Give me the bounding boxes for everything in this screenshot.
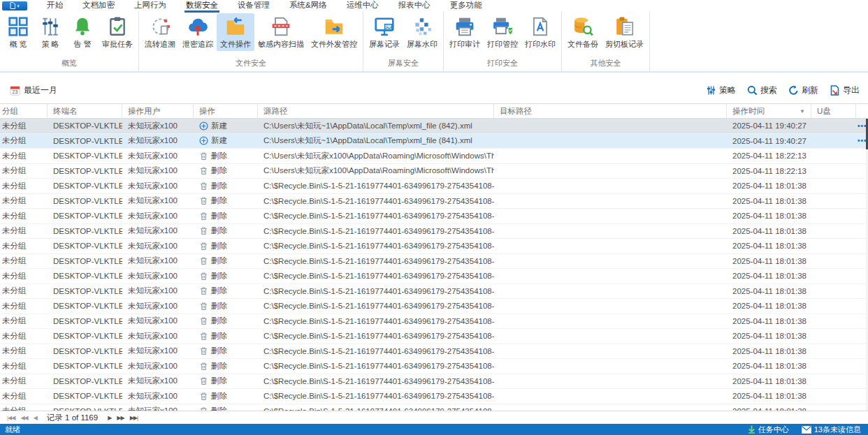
table-row[interactable]: 未分组 DESKTOP-VLKTLE1 未知玩家x100 新建 C:\Users… [0,134,868,149]
cell-group: 未分组 [0,149,48,163]
table-row[interactable]: 未分组 DESKTOP-VLKTLE1 未知玩家x100 删除 C:\$Recy… [0,239,868,254]
cell-group: 未分组 [0,404,48,411]
column-header-source-path[interactable]: 源路径 [258,104,494,118]
table-row[interactable]: 未分组 DESKTOP-VLKTLE1 未知玩家x100 删除 C:\$Recy… [0,269,868,284]
ribbon-group-print-security: 打印审计 打印管控 打印水印 打印安全 [444,11,562,71]
prev-page-button[interactable]: ◀ [31,415,40,421]
ribbon-item-file-operations[interactable]: 文件操作 [217,13,254,51]
table-row[interactable]: 未分组 DESKTOP-VLKTLE1 未知玩家x100 新建 C:\Users… [0,119,868,134]
cell-terminal: DESKTOP-VLKTLE1 [48,209,122,223]
ribbon-item-sensitive-scan[interactable]: 敏感内容扫描 [254,13,308,51]
column-header-time[interactable]: 操作时间▼ [727,104,811,118]
cell-target-path [494,254,727,269]
cell-source-path: C:\$Recycle.Bin\S-1-5-21-1619774401-6349… [258,224,494,239]
cell-source-path: C:\Users\未知玩~1\AppData\Local\Temp\xml_fi… [258,134,494,149]
table-row[interactable]: 未分组 DESKTOP-VLKTLE1 未知玩家x100 删除 C:\$Recy… [0,374,868,390]
column-header-operation[interactable]: 操作 [194,104,258,118]
table-row[interactable]: 未分组 DESKTOP-VLKTLE1 未知玩家x100 删除 C:\$Recy… [0,224,868,239]
menu-item-start[interactable]: 开始 [37,0,73,12]
fast-prev-button[interactable]: ◀◀ [17,415,30,421]
ribbon-item-file-outgoing-control[interactable]: 文件外发管控 [308,13,361,51]
menu-item-system-network[interactable]: 系统&网络 [280,0,337,12]
ribbon-item-flow-trace[interactable]: 流转追溯 [141,13,179,51]
cell-usb [811,359,856,374]
ribbon-item-label: 屏幕水印 [407,39,437,50]
ribbon-item-policy[interactable]: 策 略 [34,13,66,51]
delete-icon [199,212,208,221]
refresh-button[interactable]: 刷新 [788,84,818,96]
ribbon-item-alert[interactable]: 告 警 [66,13,99,51]
cell-usb [811,209,856,223]
cell-terminal: DESKTOP-VLKTLE1 [48,224,122,239]
column-header-usb[interactable]: U盘 [811,104,856,118]
table-row[interactable]: 未分组 DESKTOP-VLKTLE1 未知玩家x100 删除 C:\$Recy… [0,314,868,330]
ribbon-item-screen-record[interactable]: 屏幕记录 [366,13,403,51]
search-button[interactable]: 搜索 [747,84,777,96]
ribbon-item-print-control[interactable]: 打印管控 [484,13,521,51]
ribbon-item-label: 泄密追踪 [182,39,213,50]
cell-time: 2025-04-11 18:01:38 [727,179,811,193]
menu-item-device-mgmt[interactable]: 设备管理 [228,0,280,12]
table-row[interactable]: 未分组 DESKTOP-VLKTLE1 未知玩家x100 删除 C:\$Recy… [0,389,868,404]
menu-item-data-security[interactable]: 数据安全 [176,0,228,12]
cell-terminal: DESKTOP-VLKTLE1 [48,134,122,149]
last-page-button[interactable]: ▶▶| [127,415,140,421]
column-header-target-path[interactable]: 目标路径 [494,104,727,118]
ribbon-item-print-watermark[interactable]: 打印水印 [521,13,559,51]
table-row[interactable]: 未分组 DESKTOP-VLKTLE1 未知玩家x100 删除 C:\$Recy… [0,179,868,194]
table-row[interactable]: 未分组 DESKTOP-VLKTLE1 未知玩家x100 删除 C:\Users… [0,149,868,164]
cell-operation: 删除 [194,329,258,344]
cell-source-path: C:\Users\未知玩家x100\AppData\Roaming\Micros… [258,149,494,163]
task-center-button[interactable]: 任务中心 [748,425,789,435]
ribbon-item-file-backup[interactable]: 文件备份 [564,13,602,51]
table-row[interactable]: 未分组 DESKTOP-VLKTLE1 未知玩家x100 删除 C:\$Recy… [0,299,868,314]
table-row[interactable]: 未分组 DESKTOP-VLKTLE1 未知玩家x100 删除 C:\$Recy… [0,254,868,270]
cell-operation: 删除 [194,224,258,239]
menu-item-doc-encrypt[interactable]: 文档加密 [73,0,124,12]
table-row[interactable]: 未分组 DESKTOP-VLKTLE1 未知玩家x100 删除 C:\$Recy… [0,284,868,300]
column-header-terminal[interactable]: 终端名 [48,104,122,118]
table-row[interactable]: 未分组 DESKTOP-VLKTLE1 未知玩家x100 删除 C:\$Recy… [0,404,868,411]
dropdown-chevron-icon: ▾ [17,3,20,8]
operation-label: 删除 [211,151,227,161]
table-row[interactable]: 未分组 DESKTOP-VLKTLE1 未知玩家x100 删除 C:\Users… [0,164,868,179]
export-button[interactable]: 导出 [830,84,860,96]
column-header-group[interactable]: 分组 [0,104,48,118]
first-page-button[interactable]: |◀◀ [4,415,17,421]
ribbon-group-label: 概览 [2,58,136,71]
table-row[interactable]: 未分组 DESKTOP-VLKTLE1 未知玩家x100 删除 C:\$Recy… [0,209,868,224]
menu-item-ops-center[interactable]: 运维中心 [337,0,389,12]
policy-button[interactable]: 策略 [706,84,736,96]
cell-target-path [494,284,727,299]
cell-operation: 删除 [194,389,258,404]
sort-arrow-icon[interactable]: ▼ [800,108,805,115]
ribbon-item-leak-trace[interactable]: 泄密追踪 [179,13,217,51]
policy-label: 策略 [719,84,736,96]
ribbon-item-label: 流转追溯 [145,39,175,50]
ribbon-item-clipboard-record[interactable]: 剪切板记录 [602,13,647,51]
cell-user: 未知玩家x100 [122,209,194,223]
cell-usb [811,329,856,344]
ribbon-item-approval-tasks[interactable]: 审批任务 [99,13,136,51]
ribbon-item-print-audit[interactable]: 打印审计 [446,13,484,51]
cell-terminal: DESKTOP-VLKTLE1 [48,374,122,389]
table-row[interactable]: 未分组 DESKTOP-VLKTLE1 未知玩家x100 删除 C:\$Recy… [0,359,868,374]
table-row[interactable]: 未分组 DESKTOP-VLKTLE1 未知玩家x100 删除 C:\$Recy… [0,344,868,360]
column-header-user[interactable]: 操作用户 [122,104,194,118]
table-row[interactable]: 未分组 DESKTOP-VLKTLE1 未知玩家x100 删除 C:\$Recy… [0,329,868,344]
fast-next-button[interactable]: ▶▶ [114,415,126,421]
cell-source-path: C:\$Recycle.Bin\S-1-5-21-1619774401-6349… [258,374,494,389]
cell-time: 2025-04-11 18:01:38 [727,299,811,314]
ribbon-item-screen-watermark[interactable]: 屏幕水印 [403,13,441,51]
next-page-button[interactable]: ▶ [105,415,114,421]
cell-usb [811,224,856,239]
date-range-filter[interactable]: 23 最近一月 [10,84,57,96]
menu-item-more-features[interactable]: 更多功能 [440,0,492,12]
app-menu-button[interactable]: ▾ [2,1,27,10]
cell-usb [811,149,856,163]
unread-messages-button[interactable]: 13条未读信息 [802,425,861,435]
table-row[interactable]: 未分组 DESKTOP-VLKTLE1 未知玩家x100 删除 C:\$Recy… [0,194,868,209]
menu-item-web-behavior[interactable]: 上网行为 [124,0,176,12]
menu-item-report-center[interactable]: 报表中心 [389,0,440,12]
ribbon-item-overview[interactable]: 概 览 [2,13,34,51]
